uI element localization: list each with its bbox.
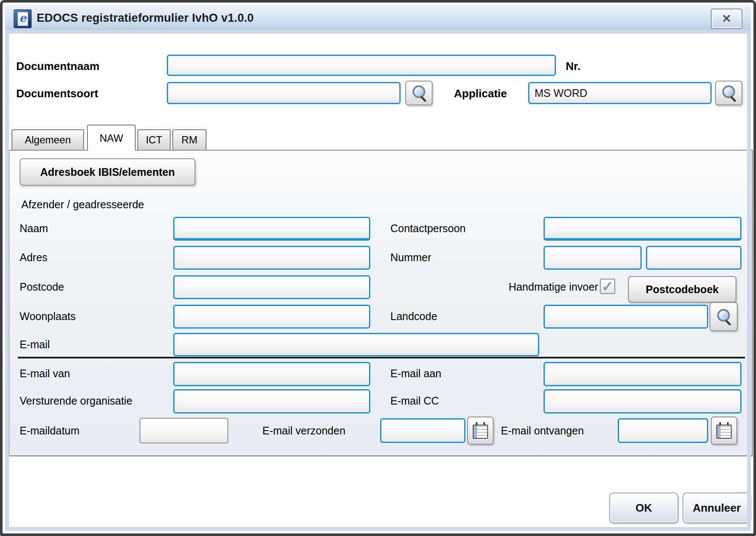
adres-input[interactable]	[173, 246, 370, 270]
postcode-input[interactable]	[173, 275, 370, 299]
landcode-input[interactable]	[544, 305, 708, 329]
documentnaam-input[interactable]	[167, 55, 556, 76]
section-divider	[18, 357, 745, 358]
annuleer-button[interactable]: Annuleer	[683, 492, 751, 523]
postcodeboek-button[interactable]: Postcodeboek	[628, 276, 736, 303]
emaildatum-label: E-maildatum	[20, 425, 79, 437]
search-icon	[410, 84, 427, 102]
email-van-label: E-mail van	[20, 367, 70, 380]
email-ontvangen-calendar-button[interactable]	[711, 417, 737, 445]
nummer-label: Nummer	[390, 251, 431, 264]
naam-label: Naam	[20, 222, 48, 235]
nr-label: Nr.	[566, 60, 581, 73]
applicatie-label: Applicatie	[454, 87, 507, 100]
dialog-window: EDOCS registratieformulier IvhO v1.0.0 ✕…	[0, 0, 756, 536]
email-input[interactable]	[173, 333, 539, 356]
calendar-icon	[473, 422, 488, 439]
naw-tab-panel: Adresboek IBIS/elementen Afzender / gead…	[9, 150, 753, 456]
emaildatum-input[interactable]	[140, 418, 228, 443]
landcode-label: Landcode	[390, 310, 437, 323]
applicatie-search-button[interactable]	[715, 81, 742, 105]
search-icon	[715, 307, 732, 326]
tab-ict[interactable]: ICT	[137, 129, 171, 150]
email-van-input[interactable]	[173, 362, 370, 386]
documentsoort-input[interactable]	[167, 82, 401, 104]
ok-button[interactable]: OK	[609, 492, 678, 523]
search-icon	[720, 84, 737, 102]
adres-label: Adres	[20, 251, 47, 264]
email-cc-label: E-mail CC	[390, 395, 439, 407]
woonplaats-input[interactable]	[173, 305, 370, 329]
versturende-organisatie-label: Versturende organisatie	[20, 395, 132, 407]
naam-input[interactable]	[173, 217, 370, 241]
email-verzonden-input[interactable]	[380, 418, 465, 443]
email-verzonden-label: E-mail verzonden	[262, 425, 346, 437]
email-verzonden-calendar-button[interactable]	[467, 417, 494, 445]
landcode-search-button[interactable]	[709, 302, 738, 331]
email-aan-input[interactable]	[544, 362, 741, 386]
postcode-label: Postcode	[20, 281, 64, 293]
contactpersoon-label: Contactpersoon	[390, 222, 466, 235]
adresboek-button[interactable]: Adresboek IBIS/elementen	[20, 158, 195, 186]
nummer-input-2[interactable]	[646, 246, 741, 270]
woonplaats-label: Woonplaats	[20, 310, 76, 323]
check-icon: ✓	[602, 278, 614, 295]
window-title: EDOCS registratieformulier IvhO v1.0.0	[37, 5, 254, 31]
tab-naw[interactable]: NAW	[87, 125, 136, 151]
documentsoort-label: Documentsoort	[16, 87, 98, 100]
tab-algemeen[interactable]: Algemeen	[12, 129, 84, 150]
handmatige-invoer-label: Handmatige invoer	[479, 281, 598, 293]
documentnaam-label: Documentnaam	[16, 60, 99, 73]
documentsoort-search-button[interactable]	[405, 81, 433, 105]
app-document-icon	[14, 9, 32, 28]
handmatige-invoer-checkbox[interactable]: ✓	[600, 279, 615, 294]
email-cc-input[interactable]	[544, 389, 741, 414]
email-aan-label: E-mail aan	[390, 367, 442, 380]
close-button[interactable]: ✕	[711, 9, 742, 29]
section-title: Afzender / geadresseerde	[21, 198, 144, 211]
email-ontvangen-label: E-mail ontvangen	[501, 425, 584, 437]
title-bar: EDOCS registratieformulier IvhO v1.0.0 ✕	[5, 5, 751, 31]
close-icon: ✕	[722, 12, 732, 26]
tab-rm[interactable]: RM	[172, 129, 206, 150]
email-ontvangen-input[interactable]	[618, 418, 708, 443]
versturende-organisatie-input[interactable]	[173, 389, 370, 414]
nummer-input-1[interactable]	[544, 246, 642, 270]
contactpersoon-input[interactable]	[544, 217, 741, 241]
applicatie-input[interactable]	[528, 82, 712, 104]
email-label: E-mail	[20, 338, 50, 351]
calendar-icon	[716, 422, 732, 439]
